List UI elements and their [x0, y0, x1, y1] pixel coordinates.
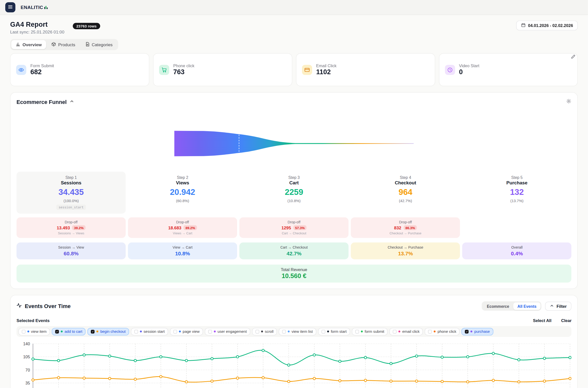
event-color-dot: [398, 331, 400, 333]
filter-label: Filter: [556, 304, 566, 308]
event-chip-phone-click[interactable]: phone click: [425, 328, 460, 335]
file-icon: [85, 42, 90, 47]
hamburger-icon: [8, 4, 13, 10]
step-number: Step 5: [462, 175, 571, 180]
checkbox: ✓: [91, 330, 95, 333]
step-value: 34.435: [17, 187, 126, 197]
conversion-cell: Cart → Checkout42.7%: [239, 243, 349, 260]
event-color-dot: [361, 331, 363, 333]
event-chip-label: view item: [31, 330, 47, 334]
conversion-value: 60.8%: [17, 250, 126, 256]
kpi-value: 0: [459, 68, 479, 76]
toggle-option-all-events[interactable]: All Events: [513, 302, 540, 310]
event-chip-session-start[interactable]: session start: [131, 328, 168, 335]
event-color-dot: [434, 331, 436, 333]
step-name: Sessions: [17, 180, 126, 186]
chevron-up-icon: [70, 99, 74, 105]
kpi-label: Form Submit: [31, 63, 54, 68]
funnel-step-cart: Step 3Cart2259(10.8%): [239, 172, 349, 214]
clock-icon: [445, 65, 455, 75]
dropoff-label: Drop-off: [128, 220, 237, 224]
event-chip-form-submit[interactable]: form submit: [352, 328, 388, 335]
edit-kpis-button[interactable]: [571, 54, 576, 60]
event-color-dot: [97, 331, 99, 333]
event-chip-user-engagement[interactable]: user engagement: [205, 328, 250, 335]
checkbox: [22, 330, 25, 333]
event-chip-label: phone click: [438, 330, 456, 334]
dropoff-transition: Sessions → Views: [17, 231, 126, 235]
conversion-label: View → Cart: [128, 245, 237, 249]
dropoff-transition: Cart → Checkout: [239, 231, 349, 235]
kpi-value: 763: [173, 68, 194, 76]
event-chip-form-start[interactable]: form start: [318, 328, 350, 335]
checkbox: ✓: [465, 330, 469, 333]
kpi-card: Form Submit682: [10, 53, 149, 86]
funnel-steps-row: Step 1Sessions34.435(100.0%)session_star…: [17, 172, 571, 214]
event-color-dot: [471, 331, 473, 333]
funnel-dropoff-row: Drop-off13.49339.2%Sessions → ViewsDrop-…: [17, 217, 571, 238]
funnel-settings-button[interactable]: [566, 99, 571, 105]
checkbox: [255, 330, 259, 333]
funnel-title: Ecommerce Funnel: [17, 99, 67, 105]
event-color-dot: [61, 331, 63, 333]
dropoff-label: Drop-off: [239, 220, 349, 224]
step-number: Step 3: [239, 175, 349, 180]
kpi-label: Phone click: [173, 63, 194, 68]
funnel-step-sessions: Step 1Sessions34.435(100.0%)session_star…: [17, 172, 126, 214]
credit-card-icon: [302, 65, 312, 75]
dropoff-cell: Drop-off13.49339.2%Sessions → Views: [17, 217, 126, 238]
event-chip-label: purchase: [474, 330, 490, 334]
event-chip-label: user engagement: [218, 330, 247, 334]
kpi-cards-row: Form Submit682Phone click763Email Click1…: [10, 53, 578, 86]
step-percent: (100.0%): [17, 199, 126, 203]
event-color-dot: [261, 331, 263, 333]
toggle-option-ecommerce[interactable]: Ecommerce: [483, 302, 513, 310]
event-chip-label: scroll: [265, 330, 274, 334]
eye-icon: [16, 65, 27, 75]
event-color-dot: [179, 331, 181, 333]
menu-button[interactable]: [5, 2, 16, 12]
rows-count-badge: 23763 rows: [73, 23, 100, 29]
chevron-up-icon: [550, 304, 554, 308]
event-chip-label: session start: [144, 330, 165, 334]
dropoff-percent-badge: 89.2%: [184, 225, 197, 230]
filter-button[interactable]: Filter: [545, 302, 571, 311]
kpi-card: Video Start0: [439, 53, 578, 86]
event-chip-label: form submit: [365, 330, 384, 334]
event-chip-scroll[interactable]: scroll: [252, 328, 277, 335]
kpi-label: Video Start: [459, 63, 479, 68]
event-color-dot: [27, 331, 29, 333]
package-icon: [52, 42, 56, 47]
kpi-card: Phone click763: [153, 53, 292, 86]
select-all-button[interactable]: Select All: [533, 318, 551, 323]
event-chip-begin-checkout[interactable]: ✓begin checkout: [88, 328, 129, 335]
date-range-button[interactable]: 04.01.2026 - 02.02.2026: [516, 21, 578, 30]
page-title: GA4 Report: [10, 21, 65, 29]
logo-text: ENALITIC: [21, 5, 43, 10]
event-chip-email-click[interactable]: email click: [389, 328, 423, 335]
tab-categories[interactable]: Categories: [81, 40, 117, 49]
svg-text:140: 140: [23, 342, 30, 346]
conversion-cell: Session → View60.8%: [17, 243, 126, 260]
event-chip-page-view[interactable]: page view: [170, 328, 203, 335]
funnel-step-checkout: Step 4Checkout964(42.7%): [351, 172, 460, 214]
kpi-card: Email Click1102: [296, 53, 435, 86]
step-number: Step 1: [17, 175, 126, 180]
step-name: Cart: [239, 180, 349, 186]
clear-button[interactable]: Clear: [561, 318, 571, 323]
tab-group: OverviewProductsCategories: [10, 39, 118, 50]
funnel-collapse-toggle[interactable]: Ecommerce Funnel: [17, 99, 74, 105]
tab-products[interactable]: Products: [47, 40, 80, 49]
event-chip-view-item-list[interactable]: view item list: [279, 328, 316, 335]
event-chip-view-item[interactable]: view item: [18, 328, 50, 335]
dropoff-cell: Drop-off83286.3%Checkout → Purchase: [351, 217, 460, 238]
svg-text:35: 35: [26, 381, 30, 385]
calendar-icon: [521, 23, 525, 28]
dropoff-transition: Views → Cart: [128, 231, 237, 235]
tab-overview[interactable]: Overview: [11, 40, 46, 49]
kpi-value: 682: [31, 68, 54, 76]
event-chip-purchase[interactable]: ✓purchase: [462, 328, 493, 335]
event-color-dot: [140, 331, 142, 333]
checkbox: ✓: [55, 330, 59, 333]
event-chip-add-to-cart[interactable]: ✓add to cart: [52, 328, 86, 335]
